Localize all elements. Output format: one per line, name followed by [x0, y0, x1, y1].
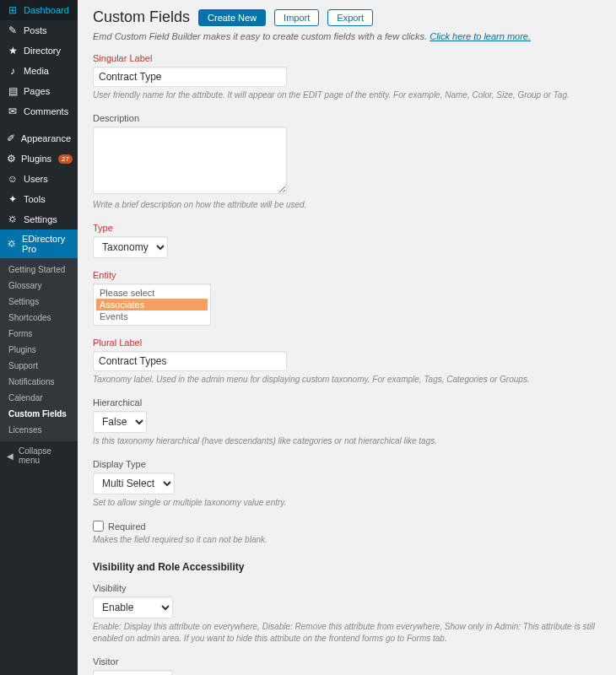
- gear-icon: ⛭: [7, 238, 17, 250]
- collapse-menu[interactable]: ◀Collapse menu: [0, 441, 78, 470]
- singular-help: User friendly name for the attribute. It…: [93, 89, 601, 101]
- entity-option-please-select[interactable]: Please select: [96, 287, 208, 299]
- submenu-getting-started[interactable]: Getting Started: [0, 262, 78, 278]
- hierarchical-select[interactable]: False: [93, 411, 147, 433]
- brush-icon: ✐: [7, 132, 16, 144]
- tool-icon: ✦: [7, 193, 19, 205]
- sidebar-item-directory[interactable]: ★Directory: [0, 40, 78, 61]
- entity-listbox[interactable]: Please select Associates Events: [93, 284, 211, 326]
- admin-sidebar: ⊞Dashboard ✎Posts ★Directory ♪Media ▤Pag…: [0, 0, 78, 675]
- visibility-help: Enable: Display this attribute on everyw…: [93, 621, 601, 645]
- sidebar-item-media[interactable]: ♪Media: [0, 61, 78, 81]
- display-type-help: Set to allow single or multiple taxonomy…: [93, 497, 601, 509]
- description-help: Write a brief description on how the att…: [93, 199, 601, 211]
- visibility-section-title: Visibility and Role Accessibility: [93, 561, 601, 573]
- sidebar-item-dashboard[interactable]: ⊞Dashboard: [0, 0, 78, 20]
- learn-more-link[interactable]: Click here to learn more.: [430, 31, 531, 41]
- create-new-button[interactable]: Create New: [198, 9, 266, 26]
- visitor-select[interactable]: Show: [93, 670, 173, 675]
- user-icon: ★: [7, 45, 19, 57]
- display-type-label: Display Type: [93, 459, 601, 469]
- gear-icon: ⛭: [7, 213, 19, 225]
- page-header: Custom Fields Create New Import Export: [93, 8, 601, 26]
- type-label: Type: [93, 223, 601, 233]
- submenu-shortcodes[interactable]: Shortcodes: [0, 310, 78, 326]
- entity-option-associates[interactable]: Associates: [96, 299, 208, 310]
- description-textarea[interactable]: [93, 127, 287, 194]
- plug-icon: ⚙: [7, 153, 16, 165]
- sidebar-item-appearance[interactable]: ✐Appearance: [0, 128, 78, 148]
- visibility-select[interactable]: Enable: [93, 597, 173, 618]
- media-icon: ♪: [7, 65, 19, 77]
- sidebar-item-users[interactable]: ☺Users: [0, 169, 78, 189]
- submenu-licenses[interactable]: Licenses: [0, 422, 78, 438]
- sidebar-item-edirectory-pro[interactable]: ⛭EDirectory Pro: [0, 230, 78, 258]
- singular-input[interactable]: [93, 67, 287, 87]
- required-checkbox[interactable]: [93, 521, 104, 532]
- export-button[interactable]: Export: [327, 9, 373, 26]
- required-label: Required: [108, 521, 146, 532]
- plural-help: Taxonomy label. Used in the admin menu f…: [93, 374, 601, 386]
- pin-icon: ✎: [7, 24, 19, 36]
- submenu-settings[interactable]: Settings: [0, 294, 78, 310]
- visitor-label: Visitor: [93, 656, 601, 667]
- comment-icon: ✉: [7, 105, 19, 117]
- submenu-notifications[interactable]: Notifications: [0, 374, 78, 390]
- sidebar-item-plugins[interactable]: ⚙Plugins27: [0, 148, 78, 169]
- page-title: Custom Fields: [93, 8, 190, 26]
- intro-text: Emd Custom Field Builder makes it easy t…: [93, 31, 601, 41]
- main-content: Custom Fields Create New Import Export E…: [78, 0, 616, 675]
- plural-label: Plural Label: [93, 338, 601, 348]
- dashboard-icon: ⊞: [7, 4, 19, 16]
- plugins-badge: 27: [58, 154, 73, 164]
- sidebar-item-tools[interactable]: ✦Tools: [0, 189, 78, 209]
- singular-label: Singular Label: [93, 53, 601, 63]
- display-type-select[interactable]: Multi Select: [93, 472, 175, 494]
- submenu: Getting Started Glossary Settings Shortc…: [0, 258, 78, 441]
- description-label: Description: [93, 113, 601, 123]
- submenu-custom-fields[interactable]: Custom Fields: [0, 406, 78, 422]
- hierarchical-help: Is this taxonomy hierarchical (have desc…: [93, 435, 601, 447]
- submenu-support[interactable]: Support: [0, 358, 78, 374]
- submenu-forms[interactable]: Forms: [0, 326, 78, 342]
- import-button[interactable]: Import: [274, 9, 319, 26]
- type-select[interactable]: Taxonomy: [93, 236, 168, 258]
- page-icon: ▤: [7, 85, 19, 97]
- submenu-plugins[interactable]: Plugins: [0, 342, 78, 358]
- sidebar-item-posts[interactable]: ✎Posts: [0, 20, 78, 40]
- submenu-calendar[interactable]: Calendar: [0, 390, 78, 406]
- sidebar-item-comments[interactable]: ✉Comments: [0, 101, 78, 122]
- hierarchical-label: Hierarchical: [93, 397, 601, 408]
- required-help: Makes the field required so it can not b…: [93, 534, 601, 546]
- sidebar-item-settings[interactable]: ⛭Settings: [0, 209, 78, 230]
- collapse-icon: ◀: [7, 451, 14, 461]
- submenu-glossary[interactable]: Glossary: [0, 278, 78, 294]
- user-icon: ☺: [7, 173, 19, 185]
- plural-input[interactable]: [93, 351, 287, 371]
- sidebar-item-pages[interactable]: ▤Pages: [0, 81, 78, 101]
- visibility-label: Visibility: [93, 583, 601, 593]
- entity-option-events[interactable]: Events: [96, 310, 208, 322]
- entity-label: Entity: [93, 270, 601, 280]
